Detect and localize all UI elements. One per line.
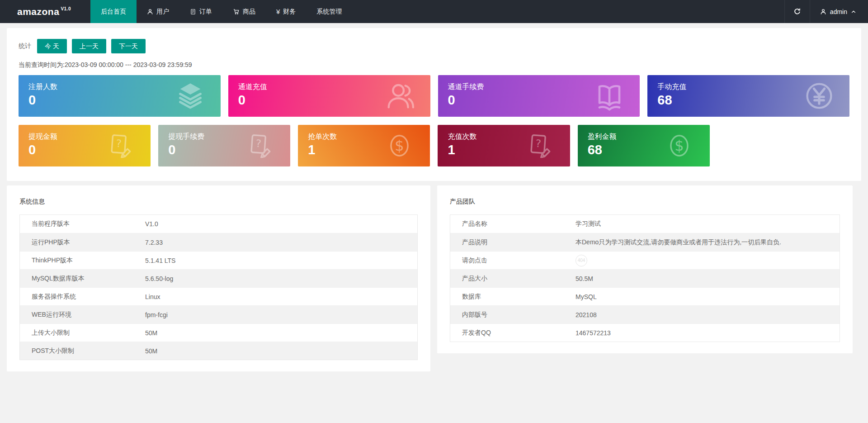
stat-card-registered-users: 注册人数 0 xyxy=(19,75,221,117)
dollar-circle-icon xyxy=(387,133,412,158)
stat-card-channel-recharge: 通道充值 0 xyxy=(228,75,430,117)
user-icon xyxy=(147,9,153,15)
app-version: V1.0 xyxy=(61,6,71,11)
nav-item-finance[interactable]: ¥ 财务 xyxy=(266,0,306,23)
row-value: 5.1.41 LTS xyxy=(145,257,417,264)
table-row: 产品说明本Demo只为学习测试交流,请勿要做商业或者用于违法行为,一切后果自负. xyxy=(450,233,840,251)
nav-item-label: 系统管理 xyxy=(316,8,342,16)
nav-item-label: 商品 xyxy=(243,8,255,16)
stat-card-recharge-count: 充值次数 1 xyxy=(438,125,570,166)
nav-item-dashboard[interactable]: 后台首页 xyxy=(90,0,137,23)
users-icon xyxy=(385,81,415,111)
row-value: 50.5M xyxy=(576,275,840,282)
row-value: 202108 xyxy=(576,311,840,318)
app-logo-text: amazona xyxy=(17,6,59,17)
row-label: WEB运行环境 xyxy=(20,311,145,319)
product-team-table: 产品名称学习测试产品说明本Demo只为学习测试交流,请勿要做商业或者用于违法行为… xyxy=(450,214,840,342)
row-label: 服务器操作系统 xyxy=(20,293,145,301)
stat-card-grab-order-count: 抢单次数 1 xyxy=(298,125,430,166)
stats-toolbar: 统计 今 天 上一天 下一天 xyxy=(14,39,854,53)
nav-item-label: 财务 xyxy=(283,8,296,16)
row-value: 5.6.50-log xyxy=(145,275,417,282)
nav-item-users[interactable]: 用户 xyxy=(137,0,179,23)
doc-question-pencil-icon xyxy=(527,133,552,158)
panel-title: 产品团队 xyxy=(450,198,840,206)
row-label: 内部版号 xyxy=(450,311,576,319)
info-panels: 系统信息 当前程序版本V1.0运行PHP版本7.2.33ThinkPHP版本5.… xyxy=(7,185,861,371)
yen-circle-icon xyxy=(804,81,834,111)
table-row: WEB运行环境fpm-fcgi xyxy=(20,305,417,323)
table-row: 产品大小50.5M xyxy=(450,269,840,287)
yen-icon: ¥ xyxy=(276,8,280,15)
row-label: 运行PHP版本 xyxy=(20,238,145,247)
row-value: 本Demo只为学习测试交流,请勿要做商业或者用于违法行为,一切后果自负. xyxy=(576,238,840,247)
row-label: MySQL数据库版本 xyxy=(20,275,145,283)
stats-label: 统计 xyxy=(19,42,31,50)
row-value: 50M xyxy=(145,347,417,355)
nav-item-label: 用户 xyxy=(156,8,169,16)
row-value: 404 xyxy=(576,255,840,266)
table-row: 当前程序版本V1.0 xyxy=(20,215,417,233)
system-info-table: 当前程序版本V1.0运行PHP版本7.2.33ThinkPHP版本5.1.41 … xyxy=(19,214,418,360)
today-button[interactable]: 今 天 xyxy=(37,39,67,53)
row-value: 7.2.33 xyxy=(145,239,417,246)
row-value: 学习测试 xyxy=(576,220,840,228)
stat-cards-row-1: 注册人数 0 通道充值 0 通道手续费 0 手动充值 68 xyxy=(14,75,854,117)
nav-item-orders[interactable]: 订单 xyxy=(179,0,222,23)
navbar-right: admin xyxy=(784,0,868,23)
row-label: 产品名称 xyxy=(450,220,576,228)
open-book-icon xyxy=(594,81,624,111)
previous-day-button[interactable]: 上一天 xyxy=(72,39,106,53)
row-label: 当前程序版本 xyxy=(20,220,145,228)
table-row: 服务器操作系统Linux xyxy=(20,287,417,305)
row-label: 开发者QQ xyxy=(450,329,576,337)
layers-icon xyxy=(175,81,205,111)
row-value: V1.0 xyxy=(145,220,417,228)
nav-item-products[interactable]: 商品 xyxy=(222,0,266,23)
main-nav: 后台首页 用户 订单 商品 ¥ 财务 系统管理 xyxy=(90,0,352,23)
row-value: 1467572213 xyxy=(576,329,840,337)
table-row: 运行PHP版本7.2.33 xyxy=(20,233,417,251)
table-row: ThinkPHP版本5.1.41 LTS xyxy=(20,251,417,269)
cart-icon xyxy=(233,8,240,15)
order-doc-icon xyxy=(190,9,196,15)
stat-card-withdraw-fee: 提现手续费 0 xyxy=(158,125,290,166)
dollar-circle-icon xyxy=(667,133,692,158)
table-row: 开发者QQ1467572213 xyxy=(450,323,840,342)
row-label: 产品大小 xyxy=(450,275,576,283)
next-day-button[interactable]: 下一天 xyxy=(111,39,146,53)
row-label: POST大小限制 xyxy=(20,347,145,355)
row-label: 请勿点击 xyxy=(450,257,576,265)
stat-card-channel-fee: 通道手续费 0 xyxy=(438,75,640,117)
table-row: 数据库MySQL xyxy=(450,287,840,305)
table-row: 内部版号202108 xyxy=(450,305,840,323)
row-value: 50M xyxy=(145,329,417,337)
top-navbar: amazonaV1.0 后台首页 用户 订单 商品 ¥ 财务 xyxy=(0,0,868,23)
nav-item-system[interactable]: 系统管理 xyxy=(306,0,352,23)
row-value: MySQL xyxy=(576,293,840,300)
table-row: 上传大小限制50M xyxy=(20,323,417,342)
table-row: MySQL数据库版本5.6.50-log xyxy=(20,269,417,287)
stat-card-manual-recharge: 手动充值 68 xyxy=(647,75,849,117)
user-menu[interactable]: admin xyxy=(810,0,868,23)
do-not-click-badge[interactable]: 404 xyxy=(576,255,587,266)
refresh-icon xyxy=(793,8,801,15)
nav-item-label: 后台首页 xyxy=(101,8,126,16)
row-label: ThinkPHP版本 xyxy=(20,257,145,265)
query-time-text: 当前查询时间为:2023-03-09 00:00:00 --- 2023-03-… xyxy=(19,61,849,69)
chevron-up-icon xyxy=(851,9,856,14)
app-logo[interactable]: amazonaV1.0 xyxy=(0,0,90,23)
stat-cards-row-2: 提现金额 0 提现手续费 0 抢单次数 1 充值次数 1 盈利金额 68 xyxy=(14,125,854,166)
table-row: POST大小限制50M xyxy=(20,342,417,360)
stat-card-profit-amount: 盈利金额 68 xyxy=(578,125,710,166)
system-info-panel: 系统信息 当前程序版本V1.0运行PHP版本7.2.33ThinkPHP版本5.… xyxy=(7,185,430,371)
stats-panel: 统计 今 天 上一天 下一天 当前查询时间为:2023-03-09 00:00:… xyxy=(7,28,861,181)
row-value: fpm-fcgi xyxy=(145,311,417,318)
stat-card-withdraw-amount: 提现金额 0 xyxy=(19,125,151,166)
row-value: Linux xyxy=(145,293,417,300)
user-name: admin xyxy=(830,8,847,15)
row-label: 产品说明 xyxy=(450,238,576,247)
nav-item-label: 订单 xyxy=(199,8,212,16)
refresh-button[interactable] xyxy=(784,0,810,23)
doc-question-pencil-icon xyxy=(108,133,132,158)
